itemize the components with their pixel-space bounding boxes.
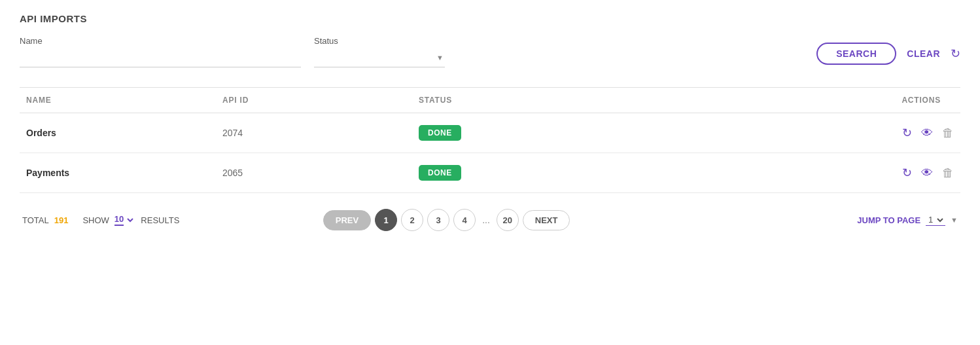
- table-row: Orders 2074 DONE ↻ 👁 🗑: [20, 113, 960, 153]
- total-label: TOTAL: [22, 215, 49, 225]
- row-status-0: DONE: [412, 113, 674, 153]
- imports-table: NAME API ID STATUS ACTIONS Orders 2074 D…: [20, 87, 960, 193]
- pagination-row: TOTAL 191 SHOW 10 10 20 50 RESULTS PREV …: [20, 209, 960, 231]
- row-actions-1: ↻ 👁 🗑: [674, 153, 960, 193]
- status-filter-select-wrapper: DONE PENDING FAILED ▼: [314, 48, 445, 67]
- row-api-id-0: 2074: [216, 113, 412, 153]
- status-badge-1: DONE: [419, 165, 461, 181]
- delete-button-1[interactable]: 🗑: [942, 166, 954, 180]
- pagination-info: TOTAL 191 SHOW 10 10 20 50 RESULTS: [22, 214, 179, 226]
- row-status-1: DONE: [412, 153, 674, 193]
- show-count-select-wrapper: 10 10 20 50: [114, 214, 135, 226]
- status-filter-field: Status DONE PENDING FAILED ▼: [314, 36, 445, 67]
- sync-button-1[interactable]: ↻: [902, 166, 912, 180]
- name-filter-field: Name: [20, 36, 301, 67]
- col-status: STATUS: [412, 88, 674, 113]
- page-btn-1[interactable]: 1: [375, 209, 397, 231]
- col-actions: ACTIONS: [674, 88, 960, 113]
- results-label: RESULTS: [141, 215, 179, 225]
- page-btn-last[interactable]: 20: [497, 209, 519, 231]
- table-row: Payments 2065 DONE ↻ 👁 🗑: [20, 153, 960, 193]
- show-count: 10: [114, 214, 124, 226]
- row-name-0: Orders: [20, 113, 216, 153]
- search-button[interactable]: SEARCH: [816, 43, 896, 65]
- table-header-row: NAME API ID STATUS ACTIONS: [20, 88, 960, 113]
- clear-button[interactable]: CLEAR: [907, 48, 940, 59]
- prev-button[interactable]: PREV: [323, 210, 371, 230]
- status-filter-select[interactable]: DONE PENDING FAILED: [315, 52, 436, 63]
- col-name: NAME: [20, 88, 216, 113]
- jump-to-page: JUMP TO PAGE 1 2 3 4 5 ▼: [857, 214, 958, 226]
- view-button-1[interactable]: 👁: [921, 166, 933, 180]
- col-api-id: API ID: [216, 88, 412, 113]
- status-dropdown-arrow-icon: ▼: [436, 54, 444, 62]
- page-btn-3[interactable]: 3: [427, 209, 449, 231]
- page-controls: PREV 1 2 3 4 ... 20 NEXT: [323, 209, 570, 231]
- jump-page-select[interactable]: 1 2 3 4 5: [926, 214, 945, 226]
- jump-dropdown-arrow-icon: ▼: [951, 216, 958, 224]
- status-badge-0: DONE: [419, 125, 461, 141]
- show-label: SHOW: [82, 215, 109, 225]
- page-title: API IMPORTS: [20, 13, 960, 24]
- jump-label: JUMP TO PAGE: [857, 215, 920, 225]
- status-filter-label: Status: [314, 36, 445, 46]
- refresh-icon: ↻: [951, 47, 960, 60]
- view-button-0[interactable]: 👁: [921, 126, 933, 140]
- refresh-button[interactable]: ↻: [951, 46, 960, 61]
- name-filter-label: Name: [20, 36, 301, 46]
- row-api-id-1: 2065: [216, 153, 412, 193]
- show-count-select[interactable]: 10 20 50: [125, 215, 135, 226]
- name-filter-input[interactable]: [20, 48, 301, 67]
- page-btn-2[interactable]: 2: [401, 209, 423, 231]
- page-dots: ...: [480, 215, 493, 225]
- delete-button-0[interactable]: 🗑: [942, 126, 954, 140]
- filter-row: Name Status DONE PENDING FAILED ▼ SEARCH…: [20, 36, 960, 67]
- total-count: 191: [54, 215, 69, 225]
- sync-button-0[interactable]: ↻: [902, 126, 912, 140]
- row-name-1: Payments: [20, 153, 216, 193]
- next-button[interactable]: NEXT: [523, 210, 570, 230]
- page-btn-4[interactable]: 4: [453, 209, 476, 231]
- row-actions-0: ↻ 👁 🗑: [674, 113, 960, 153]
- filter-actions: SEARCH CLEAR ↻: [816, 43, 960, 67]
